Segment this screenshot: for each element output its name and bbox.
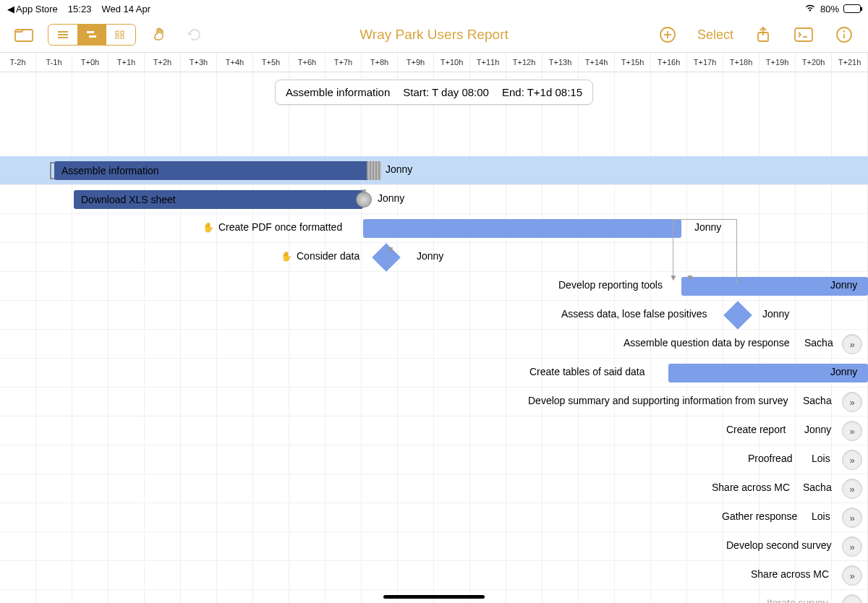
flag-icon: ✋ bbox=[203, 222, 214, 233]
task-info-start: Start: T day 08:00 bbox=[403, 86, 489, 98]
gantt-row[interactable]: Create tables of said dataJonny bbox=[0, 359, 868, 388]
timeline-column[interactable]: T+9h bbox=[398, 53, 434, 72]
task-label: ✋Create PDF once formatted bbox=[203, 221, 342, 233]
gantt-chart[interactable]: Assemble informationJonnyDownload XLS sh… bbox=[0, 72, 868, 603]
battery-percent: 80% bbox=[820, 4, 839, 14]
gantt-row[interactable]: Create reportJonny» bbox=[0, 416, 868, 445]
task-label: Develop reporting tools bbox=[558, 279, 663, 291]
timeline-column[interactable]: T+4h bbox=[217, 53, 253, 72]
view-mode-segmented[interactable] bbox=[48, 24, 136, 46]
share-button[interactable] bbox=[752, 24, 774, 46]
gantt-bar-label: Download XLS sheet bbox=[81, 194, 176, 205]
folder-button[interactable] bbox=[13, 24, 35, 46]
timeline-column[interactable]: T+14h bbox=[579, 53, 615, 72]
view-gantt-icon[interactable] bbox=[77, 25, 106, 45]
task-label: Share across MC bbox=[712, 482, 790, 493]
select-button[interactable]: Select bbox=[697, 27, 733, 43]
task-assignee: Sacha bbox=[803, 395, 832, 406]
gantt-bar[interactable]: Assemble information bbox=[54, 161, 371, 180]
gantt-row[interactable]: Assemble informationJonny bbox=[0, 156, 868, 185]
gantt-row[interactable]: Share across MCSacha» bbox=[0, 474, 868, 503]
gantt-row[interactable]: ✋Create PDF once formattedJonny bbox=[0, 214, 868, 243]
svg-rect-6 bbox=[116, 31, 119, 34]
timeline-column[interactable]: T+1h bbox=[109, 53, 145, 72]
timeline-column[interactable]: T-1h bbox=[36, 53, 72, 72]
task-label: Create report bbox=[726, 424, 786, 435]
scroll-to-task-button[interactable]: » bbox=[842, 565, 862, 586]
gantt-row[interactable]: Develop second survey» bbox=[0, 532, 868, 561]
timeline-axis[interactable]: T-2hT-1hT+0hT+1hT+2hT+3hT+4hT+5hT+6hT+7h… bbox=[0, 52, 868, 72]
timeline-column[interactable]: T+16h bbox=[651, 53, 687, 72]
scroll-to-task-button[interactable]: » bbox=[842, 421, 862, 441]
svg-rect-7 bbox=[121, 31, 124, 34]
scroll-to-task-button[interactable]: » bbox=[842, 594, 862, 603]
timeline-column[interactable]: T+0h bbox=[72, 53, 109, 72]
gantt-row[interactable]: Assess data, lose false positivesJonny bbox=[0, 301, 868, 330]
timeline-column[interactable]: T+6h bbox=[289, 53, 326, 72]
battery-icon bbox=[843, 4, 861, 13]
timeline-column[interactable]: T+12h bbox=[506, 53, 542, 72]
task-assignee: Jonny bbox=[762, 308, 789, 320]
timeline-column[interactable]: T+18h bbox=[723, 53, 760, 72]
timeline-column[interactable]: T+21h bbox=[832, 53, 868, 72]
gantt-row[interactable]: ProofreadLois» bbox=[0, 445, 868, 474]
task-assignee: Jonny bbox=[804, 424, 831, 435]
gantt-row[interactable]: Develop reporting toolsJonny bbox=[0, 272, 868, 301]
task-info-name: Assemble information bbox=[286, 86, 390, 98]
gantt-row[interactable]: ✋Consider dataJonny bbox=[0, 243, 868, 272]
timeline-column[interactable]: T+2h bbox=[145, 53, 181, 72]
task-assignee: Jonny bbox=[417, 250, 443, 262]
back-chevron-icon: ◀ bbox=[7, 4, 14, 14]
wifi-icon bbox=[804, 4, 816, 14]
timeline-column[interactable]: T+15h bbox=[615, 53, 651, 72]
info-button[interactable] bbox=[833, 24, 855, 46]
milestone-diamond[interactable] bbox=[723, 301, 752, 330]
timeline-column[interactable]: T+17h bbox=[687, 53, 723, 72]
task-assignee: Sacha bbox=[804, 337, 833, 348]
task-label: Develop summary and supporting informati… bbox=[528, 395, 788, 406]
toolbar: Wray Park Users Report Select bbox=[0, 17, 868, 52]
gantt-row[interactable]: Develop summary and supporting informati… bbox=[0, 388, 868, 416]
task-label: Create tables of said data bbox=[529, 366, 645, 377]
timeline-column[interactable]: T-2h bbox=[0, 53, 36, 72]
timeline-column[interactable]: T+10h bbox=[434, 53, 470, 72]
timeline-column[interactable]: T+11h bbox=[470, 53, 506, 72]
timeline-column[interactable]: T+20h bbox=[796, 53, 832, 72]
hand-tool-button[interactable] bbox=[149, 24, 171, 46]
gantt-row[interactable]: Gather responseLois» bbox=[0, 503, 868, 532]
scroll-to-task-button[interactable]: » bbox=[842, 536, 862, 557]
task-assignee: Lois bbox=[812, 510, 830, 522]
terminal-button[interactable] bbox=[793, 24, 814, 46]
task-label: Assemble question data by response bbox=[624, 337, 790, 348]
gantt-row[interactable]: Share across MC» bbox=[0, 561, 868, 590]
timeline-column[interactable]: T+3h bbox=[181, 53, 217, 72]
svg-rect-8 bbox=[116, 35, 119, 38]
gantt-row[interactable]: Download XLS sheetJonny bbox=[0, 185, 868, 214]
gantt-bar[interactable]: Download XLS sheet bbox=[74, 190, 363, 209]
task-assignee: Sacha bbox=[803, 482, 832, 493]
document-title[interactable]: Wray Park Users Report bbox=[359, 27, 509, 43]
gantt-row[interactable]: Assemble question data by responseSacha» bbox=[0, 330, 868, 359]
task-label: Proofread bbox=[748, 453, 792, 464]
view-list-icon[interactable] bbox=[48, 25, 77, 45]
scroll-to-task-button[interactable]: » bbox=[842, 392, 862, 412]
scroll-to-task-button[interactable]: » bbox=[842, 334, 862, 354]
task-info-tooltip: Assemble information Start: T day 08:00 … bbox=[275, 80, 593, 105]
timeline-column[interactable]: T+19h bbox=[760, 53, 796, 72]
task-assignee: Jonny bbox=[830, 279, 857, 291]
scroll-to-task-button[interactable]: » bbox=[842, 450, 862, 470]
timeline-column[interactable]: T+7h bbox=[326, 53, 362, 72]
back-to-app[interactable]: ◀ App Store bbox=[7, 4, 58, 14]
timeline-column[interactable]: T+8h bbox=[362, 53, 398, 72]
view-grid-icon[interactable] bbox=[106, 25, 135, 45]
add-button[interactable] bbox=[657, 24, 678, 46]
scroll-to-task-button[interactable]: » bbox=[842, 508, 862, 528]
task-label: Develop second survey bbox=[726, 539, 832, 551]
undo-button[interactable] bbox=[184, 24, 205, 46]
bar-resize-handle[interactable] bbox=[367, 161, 381, 180]
gantt-bar[interactable] bbox=[363, 219, 681, 238]
scroll-to-task-button[interactable]: » bbox=[842, 479, 862, 499]
timeline-column[interactable]: T+5h bbox=[253, 53, 289, 72]
timeline-column[interactable]: T+13h bbox=[542, 53, 579, 72]
status-time: 15:23 bbox=[68, 4, 92, 14]
